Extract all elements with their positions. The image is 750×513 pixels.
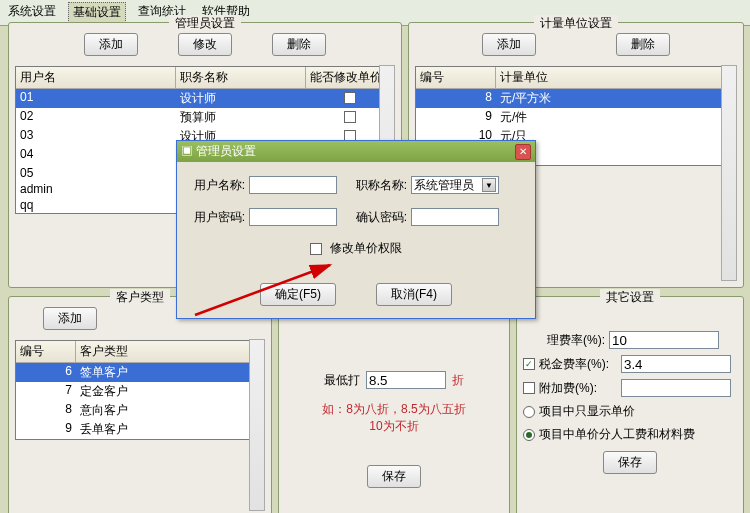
panel-title: 计量单位设置 — [534, 15, 618, 32]
cancel-button[interactable]: 取消(F4) — [376, 283, 452, 306]
pwd-label: 用户密码: — [187, 209, 245, 226]
save-button[interactable]: 保存 — [603, 451, 657, 474]
extra-label: 附加费(%): — [539, 380, 597, 397]
ok-button[interactable]: 确定(F5) — [260, 283, 336, 306]
role-label: 职称名称: — [349, 177, 407, 194]
col-unit: 计量单位 — [496, 67, 736, 88]
perm-label: 修改单价权限 — [330, 240, 402, 257]
discount-suffix: 折 — [452, 372, 464, 389]
pwd2-label: 确认密码: — [349, 209, 407, 226]
panel-title: 客户类型 — [110, 289, 170, 306]
panel-title: 管理员设置 — [169, 15, 241, 32]
dialog-title: ▣ 管理员设置 — [181, 143, 256, 160]
add-button[interactable]: 添加 — [84, 33, 138, 56]
table-row[interactable]: 9丢单客户 — [16, 420, 264, 439]
table-row[interactable]: 8元/平方米 — [416, 89, 736, 108]
scrollbar[interactable] — [249, 339, 265, 511]
customer-panel: 客户类型 添加 编号 客户类型 6签单客户7定金客户8意向客户9丢单客户 — [8, 296, 272, 513]
edit-button[interactable]: 修改 — [178, 33, 232, 56]
tax-label: 税金费率(%): — [539, 356, 609, 373]
split-price-radio[interactable] — [523, 429, 535, 441]
add-button[interactable]: 添加 — [43, 307, 97, 330]
only-price-label: 项目中只显示单价 — [539, 403, 635, 420]
tax-checkbox[interactable]: ✓ — [523, 358, 535, 370]
min-discount-input[interactable] — [366, 371, 446, 389]
customer-table[interactable]: 编号 客户类型 6签单客户7定金客户8意向客户9丢单客户 — [15, 340, 265, 440]
table-row[interactable]: 9元/件 — [416, 108, 736, 127]
table-row[interactable]: 01设计师 — [16, 89, 394, 108]
role-select[interactable]: 系统管理员 ▼ — [411, 176, 499, 194]
perm-checkbox[interactable] — [310, 243, 322, 255]
close-icon[interactable]: ✕ — [515, 144, 531, 160]
scrollbar[interactable] — [721, 65, 737, 281]
col-user: 用户名 — [16, 67, 176, 88]
table-row[interactable]: 8意向客户 — [16, 401, 264, 420]
mgmt-fee-label: 理费率(%): — [523, 332, 605, 349]
save-button[interactable]: 保存 — [367, 465, 421, 488]
username-input[interactable] — [249, 176, 337, 194]
table-row[interactable]: 7定金客户 — [16, 382, 264, 401]
col-role: 职务名称 — [176, 67, 306, 88]
admin-dialog: ▣ 管理员设置 ✕ 用户名称: 职称名称: 系统管理员 ▼ 用户密码: 确认密码… — [176, 140, 536, 319]
split-price-label: 项目中单价分人工费和材料费 — [539, 426, 695, 443]
discount-example: 如：8为八折，8.5为八五折 10为不折 — [279, 401, 509, 435]
mgmt-fee-input[interactable] — [609, 331, 719, 349]
delete-button[interactable]: 删除 — [616, 33, 670, 56]
discount-panel: 最低打 折 如：8为八折，8.5为八五折 10为不折 保存 — [278, 296, 510, 513]
tax-input[interactable] — [621, 355, 731, 373]
only-price-radio[interactable] — [523, 406, 535, 418]
delete-button[interactable]: 删除 — [272, 33, 326, 56]
panel-title: 其它设置 — [600, 289, 660, 306]
table-row[interactable]: 6签单客户 — [16, 363, 264, 382]
chevron-down-icon: ▼ — [482, 178, 496, 192]
extra-input[interactable] — [621, 379, 731, 397]
pwd-input[interactable] — [249, 208, 337, 226]
col-id: 编号 — [16, 341, 76, 362]
extra-checkbox[interactable] — [523, 382, 535, 394]
username-label: 用户名称: — [187, 177, 245, 194]
table-row[interactable]: 02预算师 — [16, 108, 394, 127]
add-button[interactable]: 添加 — [482, 33, 536, 56]
min-discount-label: 最低打 — [324, 372, 360, 389]
pwd2-input[interactable] — [411, 208, 499, 226]
col-id: 编号 — [416, 67, 496, 88]
col-type: 客户类型 — [76, 341, 264, 362]
other-panel: 其它设置 理费率(%): ✓ 税金费率(%): 附加费(%): 项目中只显示单价 — [516, 296, 744, 513]
